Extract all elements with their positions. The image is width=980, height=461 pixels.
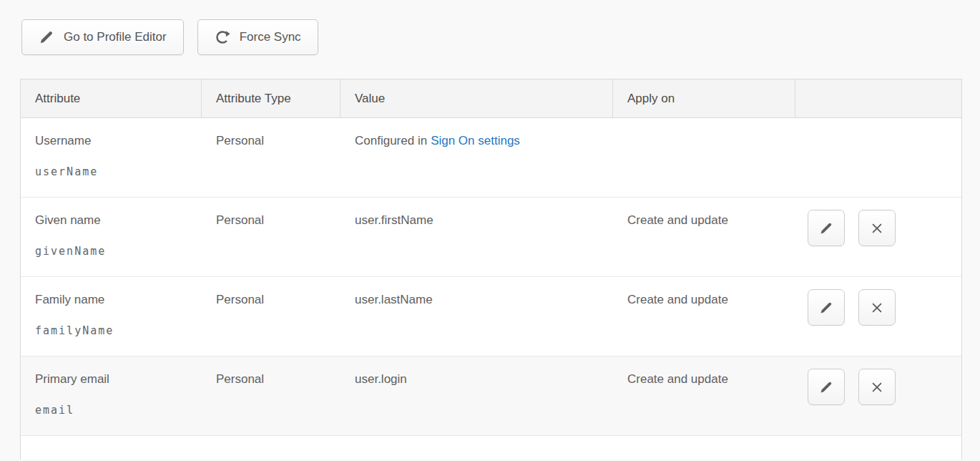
- attribute-code: userName: [35, 165, 193, 180]
- attribute-type-cell: Personal: [202, 356, 340, 435]
- delete-attribute-button[interactable]: [858, 210, 896, 246]
- attribute-code: email: [35, 403, 193, 418]
- apply-on-cell: [613, 118, 795, 197]
- table-row-given-name: Given name givenName Personal user.first…: [21, 198, 961, 277]
- edit-attribute-button[interactable]: [808, 369, 845, 405]
- value-cell: user.firstName: [340, 198, 613, 276]
- delete-attribute-button[interactable]: [858, 289, 896, 326]
- header-apply-on: Apply on: [613, 79, 795, 117]
- actions-cell: [795, 277, 961, 356]
- value-cell: Configured inSign On settings: [340, 118, 613, 197]
- attribute-code: familyName: [35, 324, 193, 339]
- attribute-type-cell: Personal: [202, 198, 340, 276]
- table-row-primary-email: Primary email email Personal user.login …: [21, 356, 961, 436]
- sign-on-settings-link[interactable]: Sign On settings: [431, 134, 520, 147]
- force-sync-label: Force Sync: [240, 30, 301, 44]
- attribute-label: Username: [35, 133, 193, 148]
- table-row-username: Username userName Personal Configured in…: [21, 118, 961, 198]
- edit-attribute-button[interactable]: [808, 289, 845, 326]
- attribute-cell: Primary email email: [21, 356, 202, 435]
- pencil-icon: [819, 301, 833, 315]
- delete-attribute-button[interactable]: [858, 369, 896, 405]
- pencil-icon: [819, 221, 833, 236]
- attribute-cell: Username userName: [21, 118, 202, 197]
- value-prefix: Configured in: [355, 134, 427, 147]
- pencil-icon: [39, 29, 54, 45]
- attribute-type-cell: Personal: [202, 118, 340, 197]
- refresh-icon: [215, 29, 230, 45]
- actions-cell: [795, 356, 961, 435]
- value-cell: user.login: [340, 356, 613, 435]
- attribute-label: Given name: [35, 213, 193, 228]
- apply-on-cell: Create and update: [613, 198, 795, 276]
- table-header-row: Attribute Attribute Type Value Apply on: [21, 79, 961, 118]
- header-actions: [795, 79, 961, 117]
- attribute-mapping-table: Attribute Attribute Type Value Apply on …: [20, 79, 962, 460]
- actions-cell: [795, 118, 961, 197]
- header-value: Value: [340, 79, 613, 117]
- edit-attribute-button[interactable]: [808, 210, 845, 246]
- toolbar: Go to Profile Editor Force Sync: [0, 0, 980, 55]
- attribute-cell: Family name familyName: [21, 277, 202, 356]
- header-attribute: Attribute: [21, 79, 202, 117]
- actions-cell: [795, 198, 961, 276]
- attribute-label: Family name: [35, 292, 193, 307]
- attribute-type-cell: Personal: [202, 277, 340, 356]
- apply-on-cell: Create and update: [613, 356, 795, 435]
- x-icon: [870, 380, 884, 394]
- attribute-code: givenName: [35, 244, 193, 259]
- force-sync-button[interactable]: Force Sync: [197, 19, 318, 55]
- pencil-icon: [819, 380, 833, 394]
- attribute-cell: Given name givenName: [21, 198, 202, 276]
- header-attribute-type: Attribute Type: [202, 79, 340, 117]
- go-to-profile-editor-label: Go to Profile Editor: [64, 30, 167, 44]
- go-to-profile-editor-button[interactable]: Go to Profile Editor: [21, 19, 184, 55]
- x-icon: [870, 301, 884, 315]
- table-row-family-name: Family name familyName Personal user.las…: [21, 277, 961, 356]
- value-cell: user.lastName: [340, 277, 613, 356]
- attribute-label: Primary email: [35, 372, 193, 387]
- apply-on-cell: Create and update: [613, 277, 795, 356]
- x-icon: [870, 221, 884, 236]
- next-row-partial: [21, 436, 961, 460]
